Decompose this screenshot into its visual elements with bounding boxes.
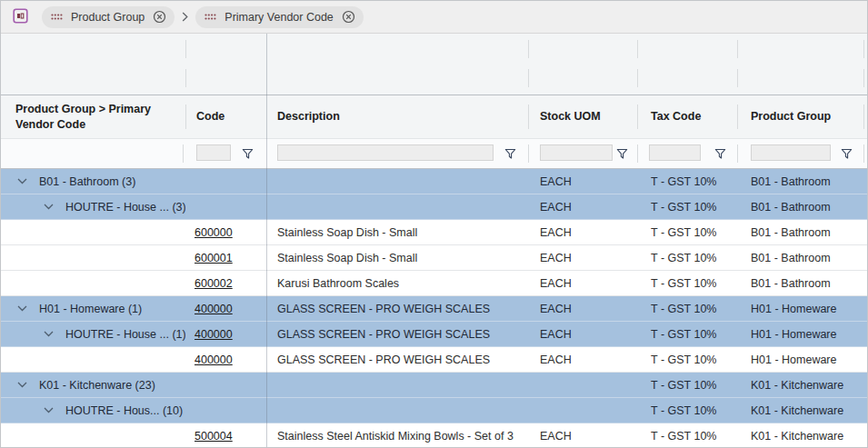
- chevron-down-icon[interactable]: [44, 204, 54, 210]
- tree-cell: HOUTRE - Hous... (10): [1, 404, 185, 417]
- filter-input-product-group[interactable]: [751, 144, 831, 161]
- tax-code-cell: T - GST 10%: [637, 277, 737, 290]
- table-row[interactable]: 400000GLASS SCREEN - PRO WEIGH SCALESEAC…: [1, 347, 867, 373]
- column-header-product-group[interactable]: Product Group: [737, 109, 867, 124]
- code-cell: 400000: [185, 303, 266, 315]
- product-group-cell: B01 - Bathroom: [737, 226, 867, 239]
- code-cell: 500004: [185, 430, 266, 443]
- stock-uom-cell: EACH: [528, 252, 637, 264]
- stock-uom-cell: EACH: [528, 328, 637, 341]
- column-header-tree[interactable]: Product Group > Primary Vendor Code: [1, 102, 185, 132]
- tree-cell: H01 - Homeware (1): [1, 303, 185, 315]
- group-row[interactable]: K01 - Kitchenware (23)T - GST 10%K01 - K…: [1, 373, 867, 398]
- group-label: HOUTRE - House ... (1): [65, 328, 185, 341]
- product-group-cell: B01 - Bathroom: [737, 201, 867, 214]
- chip-separator-icon: [182, 12, 188, 22]
- group-chip-label: Product Group: [71, 11, 145, 24]
- stock-uom-cell: EACH: [528, 277, 637, 290]
- filter-funnel-code[interactable]: [240, 146, 254, 161]
- remove-group-icon[interactable]: [342, 10, 355, 24]
- chevron-down-icon[interactable]: [17, 305, 27, 312]
- chevron-down-icon[interactable]: [44, 407, 54, 413]
- description-cell: GLASS SCREEN - PRO WEIGH SCALES: [266, 303, 528, 315]
- tree-cell: B01 - Bathroom (3): [1, 175, 185, 188]
- tree-cell: HOUTRE - House ... (1): [1, 328, 185, 341]
- description-cell: GLASS SCREEN - PRO WEIGH SCALES: [266, 353, 528, 366]
- group-row[interactable]: HOUTRE - House ... (3)EACHT - GST 10%B01…: [1, 194, 867, 220]
- table-row[interactable]: 600002Karusi Bathroom ScalesEACHT - GST …: [1, 271, 867, 296]
- filter-input-tax-code[interactable]: [649, 144, 701, 161]
- tax-code-cell: T - GST 10%: [637, 226, 737, 239]
- group-label: HOUTRE - Hous... (10): [65, 404, 183, 417]
- product-group-cell: B01 - Bathroom: [737, 175, 867, 188]
- column-header-stock-uom[interactable]: Stock UOM: [528, 109, 637, 124]
- item-code-link[interactable]: 600001: [195, 252, 233, 264]
- stock-uom-cell: EACH: [528, 303, 637, 315]
- code-cell: 600000: [185, 226, 266, 239]
- filter-funnel-stock-uom[interactable]: [614, 146, 629, 161]
- product-group-cell: H01 - Homeware: [737, 303, 867, 315]
- filter-input-stock-uom[interactable]: [540, 144, 613, 161]
- remove-group-icon[interactable]: [153, 10, 166, 24]
- description-cell: Stainless Steel Antiskid Mixing Bowls - …: [266, 430, 528, 443]
- description-cell: Stainless Soap Dish - Small: [266, 252, 528, 264]
- stock-uom-cell: EACH: [528, 201, 637, 214]
- tax-code-cell: T - GST 10%: [637, 404, 737, 417]
- stock-uom-cell: EACH: [528, 175, 637, 188]
- product-group-cell: K01 - Kitchenware: [737, 430, 867, 443]
- group-chip-product-group[interactable]: Product Group: [42, 6, 175, 28]
- item-code-link[interactable]: 400000: [195, 328, 233, 341]
- tree-cell: HOUTRE - House ... (3): [1, 201, 185, 214]
- table-row[interactable]: 500004Stainless Steel Antiskid Mixing Bo…: [1, 423, 867, 448]
- product-group-cell: B01 - Bathroom: [737, 277, 867, 290]
- filter-funnel-description[interactable]: [503, 146, 517, 161]
- group-label: B01 - Bathroom (3): [39, 175, 135, 188]
- description-cell: Stainless Soap Dish - Small: [266, 226, 528, 239]
- stock-uom-cell: EACH: [528, 353, 637, 366]
- chevron-down-icon[interactable]: [17, 178, 27, 184]
- app-icon: [13, 8, 28, 26]
- product-group-cell: H01 - Homeware: [737, 328, 867, 341]
- column-header-tax-code[interactable]: Tax Code: [637, 109, 737, 124]
- group-row[interactable]: HOUTRE - Hous... (10)T - GST 10%K01 - Ki…: [1, 398, 867, 423]
- column-header-row: Product Group > Primary Vendor Code Code…: [1, 95, 867, 139]
- tax-code-cell: T - GST 10%: [637, 175, 737, 188]
- column-header-description[interactable]: Description: [266, 109, 528, 124]
- app-icon-button[interactable]: [11, 8, 29, 26]
- filter-input-code[interactable]: [196, 144, 231, 161]
- group-chip-label: Primary Vendor Code: [224, 11, 334, 24]
- group-row[interactable]: B01 - Bathroom (3)EACHT - GST 10%B01 - B…: [1, 169, 867, 194]
- product-group-cell: H01 - Homeware: [737, 353, 867, 366]
- item-code-link[interactable]: 400000: [195, 303, 233, 315]
- group-by-panel: Product Group P: [1, 1, 867, 34]
- item-code-link[interactable]: 600000: [195, 226, 233, 239]
- table-row[interactable]: 600001Stainless Soap Dish - SmallEACHT -…: [1, 245, 867, 271]
- drag-handle-icon[interactable]: [205, 14, 216, 21]
- tax-code-cell: T - GST 10%: [637, 252, 737, 264]
- item-code-link[interactable]: 600002: [195, 277, 233, 290]
- filter-funnel-product-group[interactable]: [839, 146, 853, 161]
- stock-uom-cell: EACH: [528, 226, 637, 239]
- chevron-down-icon[interactable]: [17, 382, 27, 388]
- group-row[interactable]: H01 - Homeware (1)400000GLASS SCREEN - P…: [1, 296, 867, 322]
- table-row[interactable]: 600000Stainless Soap Dish - SmallEACHT -…: [1, 220, 867, 245]
- item-code-link[interactable]: 400000: [195, 353, 233, 366]
- grid-empty-band: [1, 34, 867, 95]
- item-code-link[interactable]: 500004: [195, 430, 233, 443]
- grouped-product-grid: Product Group P: [0, 0, 868, 448]
- group-label: K01 - Kitchenware (23): [39, 379, 155, 392]
- filter-input-description[interactable]: [277, 144, 494, 161]
- tax-code-cell: T - GST 10%: [637, 201, 737, 214]
- chevron-down-icon[interactable]: [44, 331, 54, 337]
- filter-row: [1, 139, 867, 169]
- filter-funnel-tax-code[interactable]: [713, 146, 727, 161]
- code-cell: 600002: [185, 277, 266, 290]
- drag-handle-icon[interactable]: [51, 14, 63, 21]
- group-row[interactable]: HOUTRE - House ... (1)400000GLASS SCREEN…: [1, 322, 867, 347]
- column-header-code[interactable]: Code: [185, 109, 266, 124]
- product-group-cell: B01 - Bathroom: [737, 252, 867, 264]
- group-label: HOUTRE - House ... (3): [65, 201, 185, 214]
- product-group-cell: K01 - Kitchenware: [737, 379, 867, 392]
- group-chip-primary-vendor-code[interactable]: Primary Vendor Code: [195, 6, 364, 28]
- description-cell: Karusi Bathroom Scales: [266, 277, 528, 290]
